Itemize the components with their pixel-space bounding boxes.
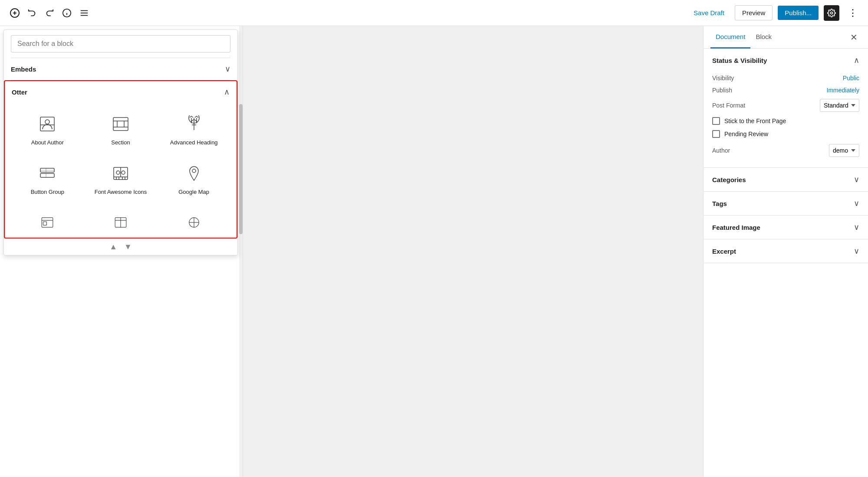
scrollbar-thumb[interactable]	[239, 104, 243, 234]
redo-button[interactable]	[42, 5, 57, 21]
button-group-label: Button Group	[31, 188, 64, 196]
publish-button[interactable]: Publish...	[778, 6, 819, 20]
visibility-row: Visibility Public	[712, 72, 859, 84]
scroll-up-button[interactable]: ▲	[109, 242, 117, 252]
scrollbar-track	[239, 26, 243, 477]
editor-canvas	[243, 26, 703, 477]
tags-header[interactable]: Tags ∨	[704, 192, 868, 215]
excerpt-section: Excerpt ∨	[704, 239, 868, 263]
svg-point-30	[192, 169, 196, 173]
stick-front-row: Stick to the Front Page	[712, 114, 859, 127]
visibility-label: Visibility	[712, 75, 734, 82]
scroll-down-button[interactable]: ▼	[124, 242, 132, 252]
featured-image-title: Featured Image	[712, 224, 760, 231]
status-visibility-body: Visibility Public Publish Immediately Po…	[704, 72, 868, 167]
svg-point-26	[116, 171, 120, 174]
block-item-button-group[interactable]: Button Group	[12, 156, 83, 203]
add-block-button[interactable]	[7, 5, 23, 21]
pending-review-label: Pending Review	[724, 131, 768, 137]
section-label: Section	[111, 139, 130, 147]
embeds-title: Embeds	[11, 65, 36, 73]
publish-value[interactable]: Immediately	[827, 87, 859, 94]
publish-row: Publish Immediately	[712, 84, 859, 96]
visibility-value[interactable]: Public	[843, 75, 859, 82]
search-input[interactable]	[11, 35, 230, 52]
status-visibility-chevron-icon: ∧	[854, 56, 859, 65]
featured-image-section: Featured Image ∨	[704, 216, 868, 239]
about-author-label: About Author	[31, 139, 64, 147]
post-format-row: Post Format Standard	[712, 96, 859, 114]
search-box	[4, 30, 237, 58]
save-draft-button[interactable]: Save Draft	[688, 7, 730, 19]
otter-section: Otter ∧	[4, 80, 237, 238]
author-select[interactable]: demo	[829, 144, 859, 157]
preview-button[interactable]: Preview	[735, 5, 773, 20]
google-map-icon	[184, 163, 204, 184]
svg-point-27	[122, 171, 125, 174]
otter-chevron-icon: ∧	[224, 87, 230, 97]
otter-section-header[interactable]: Otter ∧	[5, 81, 237, 103]
excerpt-header[interactable]: Excerpt ∨	[704, 239, 868, 263]
right-panel-tabs: Document Block ✕	[704, 26, 868, 49]
left-panel: Embeds ∨ Otter ∧	[0, 26, 243, 477]
svg-point-11	[45, 120, 49, 124]
tags-section: Tags ∨	[704, 192, 868, 216]
section-icon	[110, 114, 131, 134]
stick-front-checkbox[interactable]	[712, 117, 720, 125]
svg-rect-31	[42, 218, 53, 227]
block-item-partial-2[interactable]	[85, 210, 157, 234]
about-author-icon	[37, 114, 58, 134]
block-inserter-panel: Embeds ∨ Otter ∧	[3, 29, 238, 255]
categories-header[interactable]: Categories ∨	[704, 168, 868, 191]
menu-button[interactable]	[76, 5, 92, 21]
tags-chevron-icon: ∨	[854, 199, 859, 208]
block-item-advanced-heading[interactable]: Advanced Heading	[158, 106, 230, 154]
block-item-partial-1[interactable]	[12, 210, 83, 234]
status-visibility-section: Status & Visibility ∧ Visibility Public …	[704, 49, 868, 168]
featured-image-chevron-icon: ∨	[854, 222, 859, 232]
google-map-label: Google Map	[178, 188, 209, 196]
main-content: Embeds ∨ Otter ∧	[0, 26, 868, 477]
categories-chevron-icon: ∨	[854, 175, 859, 184]
block-item-section[interactable]: Section	[85, 106, 157, 154]
tags-title: Tags	[712, 200, 727, 207]
partial-blocks-row	[5, 210, 237, 234]
blocks-grid: About Author	[5, 103, 237, 210]
stick-front-label: Stick to the Front Page	[724, 118, 786, 124]
svg-point-9	[831, 12, 833, 14]
embeds-section-header[interactable]: Embeds ∨	[4, 58, 237, 80]
block-item-google-map[interactable]: Google Map	[158, 156, 230, 203]
svg-rect-33	[43, 222, 47, 225]
author-row: Author demo	[712, 140, 859, 160]
advanced-heading-label: Advanced Heading	[170, 139, 218, 147]
post-format-select[interactable]: Standard	[820, 99, 859, 112]
font-awesome-icons-icon	[110, 163, 131, 184]
block-item-partial-3[interactable]	[158, 210, 230, 234]
publish-label: Publish	[712, 87, 732, 94]
font-awesome-icons-label: Font Awesome Icons	[95, 188, 147, 196]
settings-button[interactable]	[824, 5, 839, 21]
more-options-button[interactable]: ⋮	[845, 6, 861, 20]
status-visibility-header[interactable]: Status & Visibility ∧	[704, 49, 868, 72]
pending-review-checkbox[interactable]	[712, 130, 720, 138]
block-item-font-awesome-icons[interactable]: Font Awesome Icons	[85, 156, 157, 203]
svg-rect-13	[113, 118, 128, 131]
tab-document[interactable]: Document	[710, 26, 750, 49]
right-panel-content: Status & Visibility ∧ Visibility Public …	[704, 49, 868, 477]
panel-close-button[interactable]: ✕	[847, 30, 861, 44]
undo-button[interactable]	[24, 5, 40, 21]
block-item-about-author[interactable]: About Author	[12, 106, 83, 154]
tab-block[interactable]: Block	[750, 26, 777, 49]
button-group-icon	[37, 163, 58, 184]
right-panel: Document Block ✕ Status & Visibility ∧ V…	[703, 26, 868, 477]
featured-image-header[interactable]: Featured Image ∨	[704, 216, 868, 239]
excerpt-chevron-icon: ∨	[854, 246, 859, 256]
otter-title: Otter	[12, 88, 27, 96]
advanced-heading-icon	[184, 114, 204, 134]
svg-rect-21	[40, 173, 54, 177]
excerpt-title: Excerpt	[712, 248, 736, 255]
categories-section: Categories ∨	[704, 168, 868, 192]
info-button[interactable]	[59, 5, 75, 21]
author-label: Author	[712, 147, 730, 154]
categories-title: Categories	[712, 176, 746, 183]
